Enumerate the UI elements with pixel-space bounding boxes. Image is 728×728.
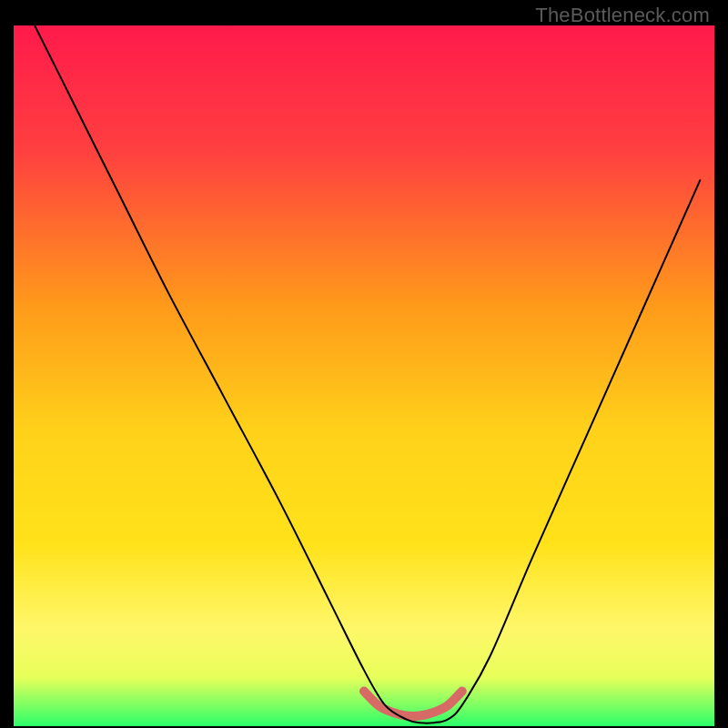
watermark-label: TheBottleneck.com [535,4,710,27]
chart-stage: TheBottleneck.com [0,0,728,728]
plot-area [14,25,714,726]
heat-background [14,25,714,726]
bottleneck-plot [14,25,714,726]
